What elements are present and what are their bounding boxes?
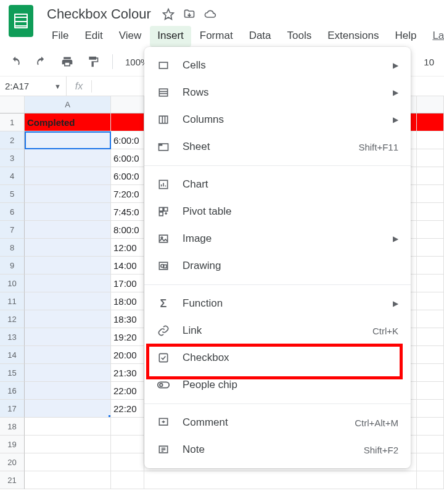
cell[interactable] xyxy=(25,453,111,471)
row-header[interactable]: 2 xyxy=(0,131,25,149)
row-header[interactable]: 13 xyxy=(0,328,25,346)
row-header[interactable]: 7 xyxy=(0,221,25,239)
cell[interactable]: 22:20 xyxy=(111,400,144,418)
cell[interactable] xyxy=(417,149,444,167)
row-header[interactable]: 9 xyxy=(0,257,25,275)
cell[interactable]: 22:00 xyxy=(111,382,144,400)
cell[interactable] xyxy=(25,275,111,292)
cell[interactable] xyxy=(417,400,444,418)
row-header[interactable]: 3 xyxy=(0,149,25,167)
cell[interactable] xyxy=(25,149,111,167)
cell[interactable]: 6:00:0 xyxy=(111,167,144,185)
cell[interactable] xyxy=(417,131,444,149)
star-icon[interactable] xyxy=(162,8,175,20)
cell[interactable] xyxy=(417,453,444,471)
menu-item-sheet[interactable]: Sheet Shift+F11 xyxy=(144,133,411,160)
cell[interactable] xyxy=(25,418,111,436)
cell[interactable] xyxy=(25,346,111,364)
menu-help[interactable]: Help xyxy=(387,26,424,47)
cell[interactable] xyxy=(144,471,417,489)
menu-tools[interactable]: Tools xyxy=(280,26,319,47)
menu-insert[interactable]: Insert xyxy=(150,26,191,47)
row-header[interactable]: 18 xyxy=(0,418,25,436)
menu-extensions[interactable]: Extensions xyxy=(320,26,386,47)
menu-item-columns[interactable]: Columns ▶ xyxy=(144,106,411,133)
cell[interactable] xyxy=(25,257,111,275)
cell[interactable] xyxy=(25,364,111,382)
cell[interactable] xyxy=(417,221,444,239)
menu-item-checkbox[interactable]: Checkbox xyxy=(144,344,411,371)
cell[interactable] xyxy=(25,239,111,257)
row-header[interactable]: 11 xyxy=(0,292,25,310)
cell[interactable] xyxy=(417,239,444,257)
menu-item-image[interactable]: Image ▶ xyxy=(144,225,411,252)
menu-data[interactable]: Data xyxy=(242,26,279,47)
row-header[interactable]: 19 xyxy=(0,436,25,453)
column-header-b[interactable] xyxy=(111,96,144,114)
column-header-a[interactable]: A xyxy=(25,96,111,114)
row-header[interactable]: 10 xyxy=(0,275,25,292)
menu-item-chart[interactable]: Chart xyxy=(144,171,411,198)
row-header[interactable]: 8 xyxy=(0,239,25,257)
cell[interactable] xyxy=(25,185,111,203)
cell[interactable] xyxy=(417,418,444,436)
row-header[interactable]: 1 xyxy=(0,114,25,131)
cell[interactable] xyxy=(417,471,444,489)
cell[interactable] xyxy=(417,310,444,328)
cloud-status-icon[interactable] xyxy=(204,8,216,20)
menu-item-cells[interactable]: Cells ▶ xyxy=(144,52,411,79)
cell[interactable] xyxy=(111,471,144,489)
cell[interactable] xyxy=(25,131,111,149)
select-all-corner[interactable] xyxy=(0,96,25,114)
cell[interactable] xyxy=(111,114,144,131)
cell[interactable]: 12:00 xyxy=(111,239,144,257)
cell[interactable]: 7:20:0 xyxy=(111,185,144,203)
cell[interactable] xyxy=(25,292,111,310)
cell[interactable] xyxy=(25,167,111,185)
menu-item-pivot-table[interactable]: Pivot table xyxy=(144,198,411,225)
cell[interactable]: 6:00:0 xyxy=(111,149,144,167)
undo-button[interactable] xyxy=(5,51,26,72)
row-header[interactable]: 6 xyxy=(0,203,25,221)
redo-button[interactable] xyxy=(31,51,52,72)
cell[interactable] xyxy=(417,382,444,400)
row-header[interactable]: 15 xyxy=(0,364,25,382)
cell[interactable]: 17:00 xyxy=(111,275,144,292)
cell[interactable]: 20:00 xyxy=(111,346,144,364)
cell[interactable] xyxy=(25,221,111,239)
cell[interactable] xyxy=(417,346,444,364)
cell[interactable] xyxy=(417,292,444,310)
cell[interactable]: 8:00:0 xyxy=(111,221,144,239)
cell[interactable] xyxy=(417,185,444,203)
cell[interactable]: 7:45:0 xyxy=(111,203,144,221)
cell[interactable] xyxy=(111,436,144,453)
paint-format-button[interactable] xyxy=(83,51,104,72)
menu-edit[interactable]: Edit xyxy=(77,26,110,47)
cell[interactable] xyxy=(417,275,444,292)
cell[interactable] xyxy=(25,203,111,221)
menu-last-edit[interactable]: La xyxy=(425,26,444,47)
cell[interactable] xyxy=(25,328,111,346)
cell[interactable]: 14:00 xyxy=(111,257,144,275)
cell[interactable] xyxy=(417,203,444,221)
name-box[interactable]: 2:A17 ▼ xyxy=(0,76,67,96)
row-header[interactable]: 21 xyxy=(0,471,25,489)
cell[interactable]: 21:30 xyxy=(111,364,144,382)
cell[interactable]: 6:00:0 xyxy=(111,131,144,149)
cell[interactable]: 18:30 xyxy=(111,310,144,328)
row-header[interactable]: 20 xyxy=(0,453,25,471)
row-header[interactable]: 12 xyxy=(0,310,25,328)
column-header-d[interactable] xyxy=(417,96,444,114)
menu-item-note[interactable]: Note Shift+F2 xyxy=(144,436,411,463)
cell[interactable]: 19:20 xyxy=(111,328,144,346)
cell[interactable] xyxy=(111,418,144,436)
cell[interactable] xyxy=(111,453,144,471)
cell[interactable] xyxy=(417,114,444,131)
row-header[interactable]: 4 xyxy=(0,167,25,185)
cell[interactable] xyxy=(25,310,111,328)
menu-format[interactable]: Format xyxy=(192,26,240,47)
sheets-app-icon[interactable] xyxy=(9,5,33,37)
print-button[interactable] xyxy=(57,51,78,72)
menu-item-link[interactable]: Link Ctrl+K xyxy=(144,317,411,344)
document-title[interactable]: Checkbox Colour xyxy=(44,5,154,23)
